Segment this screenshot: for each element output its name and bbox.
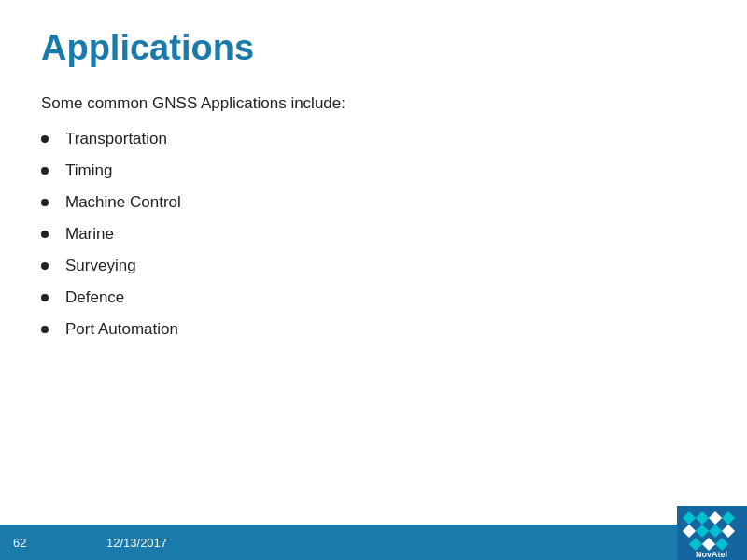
- slide-container: Applications Some common GNSS Applicatio…: [0, 0, 747, 560]
- footer-page-number: 62: [13, 536, 50, 550]
- list-item: Port Automation: [41, 320, 706, 339]
- footer-date: 12/13/2017: [106, 536, 167, 550]
- slide-title: Applications: [41, 28, 706, 68]
- bullet-dot: [41, 135, 49, 143]
- bullet-list: TransportationTimingMachine ControlMarin…: [41, 130, 706, 339]
- bullet-text: Timing: [65, 161, 112, 180]
- bullet-text: Machine Control: [65, 193, 181, 212]
- content-area: Applications Some common GNSS Applicatio…: [0, 0, 747, 339]
- intro-text: Some common GNSS Applications include:: [41, 94, 706, 113]
- bullet-text: Defence: [65, 288, 124, 307]
- svg-text:NovAtel: NovAtel: [696, 550, 727, 559]
- bullet-text: Marine: [65, 225, 114, 244]
- bullet-dot: [41, 167, 49, 175]
- list-item: Transportation: [41, 130, 706, 148]
- footer: 62 12/13/2017: [0, 525, 747, 560]
- bullet-dot: [41, 199, 49, 206]
- list-item: Timing: [41, 161, 706, 180]
- bullet-dot: [41, 294, 49, 301]
- bullet-dot: [41, 231, 49, 238]
- bullet-dot: [41, 326, 49, 333]
- bullet-text: Surveying: [65, 257, 136, 275]
- bullet-text: Transportation: [65, 130, 167, 148]
- list-item: Marine: [41, 225, 706, 244]
- list-item: Defence: [41, 288, 706, 307]
- list-item: Surveying: [41, 257, 706, 275]
- novattel-logo: NovAtel: [677, 506, 747, 560]
- bullet-dot: [41, 262, 49, 270]
- bullet-text: Port Automation: [65, 320, 178, 339]
- list-item: Machine Control: [41, 193, 706, 212]
